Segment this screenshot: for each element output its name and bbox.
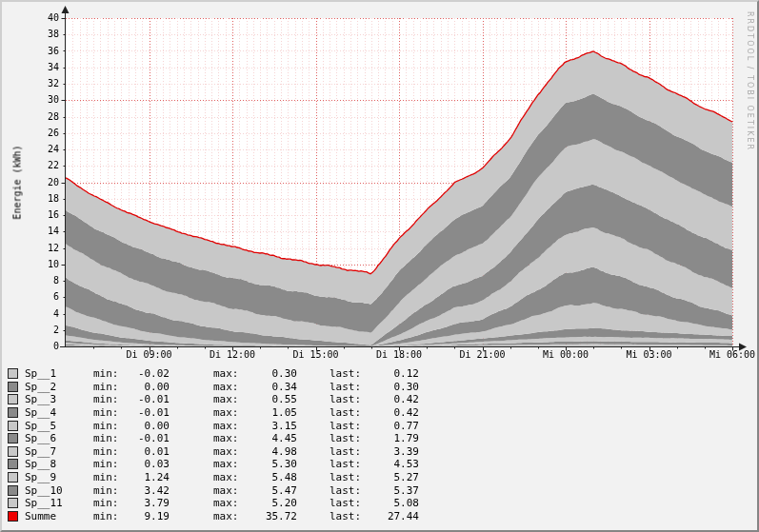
min-value: 3.42 bbox=[128, 484, 170, 497]
legend-row: Sp__11min:3.79max:5.20last:5.08 bbox=[8, 497, 753, 510]
last-label: last: bbox=[330, 510, 370, 522]
legend-row: Sp__10min:3.42max:5.47last:5.37 bbox=[8, 483, 753, 497]
x-tick-label: Mi 06:00 bbox=[702, 349, 759, 361]
min-label: min: bbox=[93, 367, 128, 380]
min-label: min: bbox=[93, 432, 128, 444]
last-value: 1.79 bbox=[370, 432, 419, 444]
series-name: Sp__5 bbox=[25, 420, 93, 432]
max-label: max: bbox=[213, 510, 248, 522]
series-name: Sp__6 bbox=[25, 432, 93, 444]
min-label: min: bbox=[93, 471, 128, 483]
last-value: 4.53 bbox=[370, 458, 419, 470]
x-tick-label: Di 15:00 bbox=[286, 349, 347, 361]
x-tick-label: Di 18:00 bbox=[369, 349, 429, 361]
legend-row: Sp__3min:-0.01max:0.55last:0.42 bbox=[8, 393, 753, 406]
y-tick-label: 16 bbox=[2, 209, 59, 221]
legend-swatch bbox=[8, 498, 18, 508]
last-value: 0.30 bbox=[370, 381, 419, 393]
last-label: last: bbox=[330, 367, 370, 380]
series-name: Summe bbox=[25, 510, 93, 522]
legend-row: Sp__7min:0.01max:4.98last:3.39 bbox=[8, 445, 753, 459]
series-name: Sp__9 bbox=[25, 471, 93, 483]
min-value: -0.01 bbox=[128, 393, 170, 405]
max-label: max: bbox=[213, 458, 248, 470]
max-label: max: bbox=[213, 367, 248, 380]
min-value: -0.01 bbox=[128, 432, 170, 444]
last-value: 0.12 bbox=[370, 367, 419, 380]
legend-swatch bbox=[8, 433, 18, 443]
y-tick-label: 0 bbox=[2, 341, 59, 352]
min-value: 0.01 bbox=[128, 445, 170, 458]
max-label: max: bbox=[213, 420, 248, 432]
x-tick-label: Di 21:00 bbox=[452, 349, 513, 361]
min-value: 0.00 bbox=[128, 381, 170, 393]
min-label: min: bbox=[93, 393, 128, 405]
max-value: 4.45 bbox=[248, 432, 297, 444]
last-value: 5.27 bbox=[370, 471, 419, 483]
y-tick-label: 34 bbox=[2, 62, 59, 73]
legend-row: Sp__8min:0.03max:5.30last:4.53 bbox=[8, 458, 753, 471]
rrdtool-graph: Energie (kWh) 02468101214161820222426283… bbox=[0, 0, 759, 532]
legend-row: Sp__4min:-0.01max:1.05last:0.42 bbox=[8, 406, 753, 420]
max-value: 5.20 bbox=[248, 497, 297, 509]
min-value: 3.79 bbox=[128, 497, 170, 509]
max-label: max: bbox=[213, 432, 248, 444]
legend-swatch bbox=[8, 511, 18, 522]
y-tick-label: 24 bbox=[2, 144, 59, 155]
legend-swatch bbox=[8, 382, 18, 392]
y-tick-label: 28 bbox=[2, 111, 59, 123]
min-value: 1.24 bbox=[128, 471, 170, 483]
rrdtool-watermark: RRDTOOL / TOBI OETIKER bbox=[746, 11, 754, 151]
last-value: 27.44 bbox=[370, 510, 419, 522]
min-label: min: bbox=[93, 458, 128, 470]
last-label: last: bbox=[330, 445, 370, 458]
legend: Sp__1min:-0.02max:0.30last:0.12Sp__2min:… bbox=[8, 367, 753, 522]
last-label: last: bbox=[330, 393, 370, 405]
series-name: Sp__7 bbox=[25, 445, 93, 458]
max-label: max: bbox=[213, 471, 248, 483]
min-label: min: bbox=[93, 510, 128, 522]
series-name: Sp__1 bbox=[25, 367, 93, 380]
series-name: Sp__4 bbox=[25, 406, 93, 419]
max-value: 0.55 bbox=[248, 393, 297, 405]
last-value: 3.39 bbox=[370, 445, 419, 458]
max-label: max: bbox=[213, 393, 248, 405]
max-label: max: bbox=[213, 497, 248, 509]
min-label: min: bbox=[93, 420, 128, 432]
last-label: last: bbox=[330, 458, 370, 470]
y-tick-label: 14 bbox=[2, 226, 59, 237]
max-value: 1.05 bbox=[248, 406, 297, 419]
series-name: Sp__10 bbox=[25, 484, 93, 497]
max-value: 0.34 bbox=[248, 381, 297, 393]
y-tick-label: 8 bbox=[2, 275, 59, 286]
min-value: 9.19 bbox=[128, 510, 170, 522]
y-tick-label: 6 bbox=[2, 291, 59, 303]
legend-row: Sp__5min:0.00max:3.15last:0.77 bbox=[8, 419, 753, 432]
x-tick-label: Mi 03:00 bbox=[619, 349, 680, 361]
last-label: last: bbox=[330, 484, 370, 497]
series-name: Sp__3 bbox=[25, 393, 93, 405]
legend-swatch bbox=[8, 368, 18, 379]
max-label: max: bbox=[213, 406, 248, 419]
last-value: 5.08 bbox=[370, 497, 419, 509]
min-value: 0.03 bbox=[128, 458, 170, 470]
y-tick-label: 20 bbox=[2, 177, 59, 188]
last-label: last: bbox=[330, 497, 370, 509]
last-value: 5.37 bbox=[370, 484, 419, 497]
min-label: min: bbox=[93, 497, 128, 509]
max-value: 4.98 bbox=[248, 445, 297, 458]
legend-row: Sp__9min:1.24max:5.48last:5.27 bbox=[8, 471, 753, 484]
legend-swatch bbox=[8, 459, 18, 469]
legend-row: Sp__2min:0.00max:0.34last:0.30 bbox=[8, 381, 753, 394]
max-label: max: bbox=[213, 381, 248, 393]
last-label: last: bbox=[330, 381, 370, 393]
max-value: 3.15 bbox=[248, 420, 297, 432]
last-value: 0.42 bbox=[370, 406, 419, 419]
last-label: last: bbox=[330, 471, 370, 483]
y-tick-label: 30 bbox=[2, 94, 59, 106]
y-tick-label: 36 bbox=[2, 46, 59, 57]
legend-swatch bbox=[8, 485, 18, 496]
min-value: -0.01 bbox=[128, 406, 170, 419]
min-label: min: bbox=[93, 406, 128, 419]
legend-swatch bbox=[8, 421, 18, 431]
